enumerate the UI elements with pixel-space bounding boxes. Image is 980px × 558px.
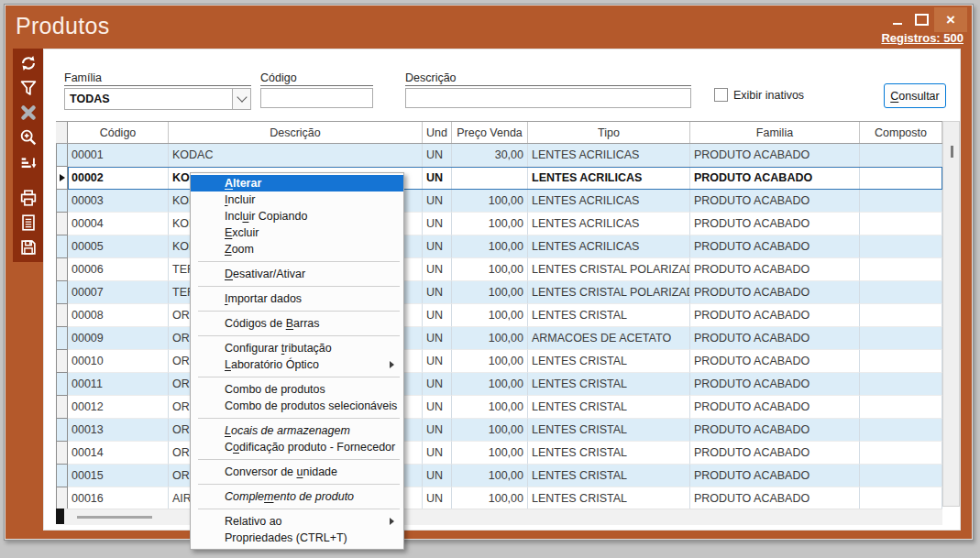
cell-und[interactable]: UN <box>423 167 452 190</box>
cell-tipo[interactable]: ARMACOES DE ACETATO <box>528 327 690 350</box>
cell-composto[interactable] <box>860 442 942 465</box>
column-header-preco[interactable]: Preço Venda <box>452 122 528 143</box>
menu-item-importar-dados[interactable]: Importar dados <box>191 290 403 307</box>
cell-codigo[interactable]: 00003 <box>68 190 169 213</box>
cell-und[interactable]: UN <box>423 304 452 327</box>
cell-composto[interactable] <box>860 144 942 167</box>
cell-composto[interactable] <box>860 487 942 510</box>
cell-tipo[interactable]: LENTES ACRILICAS <box>528 144 690 167</box>
menu-item-propriedades-ctrl-t[interactable]: Propriedades (CTRL+T) <box>191 530 403 546</box>
exibir-inativos-checkbox[interactable] <box>714 88 728 102</box>
cell-composto[interactable] <box>860 304 942 327</box>
cell-composto[interactable] <box>860 327 942 350</box>
cell-tipo[interactable]: LENTES ACRILICAS <box>528 190 690 213</box>
cell-und[interactable]: UN <box>423 327 452 350</box>
cell-codigo[interactable]: 00014 <box>68 442 169 465</box>
menu-item-combo-de-produtos[interactable]: Combo de produtos <box>191 381 403 398</box>
cell-preco-venda[interactable] <box>452 167 528 190</box>
cell-familia[interactable]: PRODUTO ACABADO <box>690 419 860 442</box>
cell-composto[interactable] <box>860 396 942 419</box>
cell-familia[interactable]: PRODUTO ACABADO <box>690 281 860 304</box>
menu-item-complemento-de-produto[interactable]: Complemento de produto <box>191 488 403 505</box>
cell-familia[interactable]: PRODUTO ACABADO <box>690 373 860 396</box>
cell-composto[interactable] <box>860 373 942 396</box>
cell-codigo[interactable]: 00008 <box>68 304 169 327</box>
cell-codigo[interactable]: 00015 <box>68 465 169 487</box>
cell-composto[interactable] <box>860 213 942 235</box>
cell-preco-venda[interactable]: 100,00 <box>452 213 528 235</box>
vertical-scrollbar-thumb[interactable] <box>951 146 953 158</box>
cell-composto[interactable] <box>860 235 942 258</box>
row-selector-cell[interactable] <box>56 373 68 396</box>
cell-preco-venda[interactable]: 100,00 <box>452 258 528 281</box>
cell-und[interactable]: UN <box>423 465 452 487</box>
cell-preco-venda[interactable]: 100,00 <box>452 419 528 442</box>
menu-item-zoom[interactable]: Zoom <box>191 241 403 257</box>
report-button[interactable] <box>17 211 40 234</box>
menu-item-codifica-o-produto-fornecedor[interactable]: Codificação produto - Fornecedor <box>191 439 403 455</box>
cell-tipo[interactable]: LENTES CRISTAL <box>528 442 690 465</box>
cell-tipo[interactable]: LENTES ACRILICAS <box>528 167 690 190</box>
cell-familia[interactable]: PRODUTO ACABADO <box>690 258 860 281</box>
row-selector-cell[interactable] <box>56 190 68 213</box>
consultar-button[interactable]: Consultar <box>884 83 946 108</box>
column-header-tipo[interactable]: Tipo <box>528 122 690 143</box>
column-header-descricao[interactable]: Descrição <box>169 122 423 143</box>
cell-codigo[interactable]: 00009 <box>68 327 169 350</box>
cell-und[interactable]: UN <box>423 258 452 281</box>
row-selector-cell[interactable] <box>56 213 68 235</box>
cell-preco-venda[interactable]: 100,00 <box>452 190 528 213</box>
sort-button[interactable] <box>17 150 40 173</box>
close-button[interactable]: × <box>934 7 967 32</box>
menu-item-relativo-ao[interactable]: Relativo ao <box>191 513 403 530</box>
cell-tipo[interactable]: LENTES CRISTAL <box>528 350 690 373</box>
cell-codigo[interactable]: 00005 <box>68 235 169 258</box>
row-selector-cell[interactable] <box>56 167 68 190</box>
cell-preco-venda[interactable]: 100,00 <box>452 396 528 419</box>
cell-und[interactable]: UN <box>423 419 452 442</box>
cell-und[interactable]: UN <box>423 350 452 373</box>
cell-und[interactable]: UN <box>423 235 452 258</box>
cell-und[interactable]: UN <box>423 487 452 510</box>
cell-tipo[interactable]: LENTES CRISTAL <box>528 465 690 487</box>
cell-und[interactable]: UN <box>423 213 452 235</box>
cell-preco-venda[interactable]: 100,00 <box>452 304 528 327</box>
cell-familia[interactable]: PRODUTO ACABADO <box>690 327 860 350</box>
menu-item-laborat-rio-ptico[interactable]: Laboratório Óptico <box>191 356 403 373</box>
menu-item-conversor-de-unidade[interactable]: Conversor de unidade <box>191 464 403 480</box>
column-header-composto[interactable]: Composto <box>860 122 942 143</box>
menu-item-locais-de-armazenagem[interactable]: Locais de armazenagem <box>191 422 403 439</box>
cell-und[interactable]: UN <box>423 396 452 419</box>
menu-item-combo-de-produtos-selecion-veis[interactable]: Combo de produtos selecionáveis <box>191 398 403 414</box>
cell-tipo[interactable]: LENTES ACRILICAS <box>528 213 690 235</box>
cell-und[interactable]: UN <box>423 281 452 304</box>
cell-composto[interactable] <box>860 167 942 190</box>
row-selector-cell[interactable] <box>56 258 68 281</box>
cell-familia[interactable]: PRODUTO ACABADO <box>690 442 860 465</box>
cell-codigo[interactable]: 00006 <box>68 258 169 281</box>
cell-familia[interactable]: PRODUTO ACABADO <box>690 190 860 213</box>
cell-codigo[interactable]: 00001 <box>68 144 169 167</box>
cell-composto[interactable] <box>860 258 942 281</box>
cell-codigo[interactable]: 00002 <box>68 167 169 190</box>
cell-composto[interactable] <box>860 281 942 304</box>
cell-tipo[interactable]: LENTES CRISTAL <box>528 419 690 442</box>
row-selector-cell[interactable] <box>56 465 68 487</box>
cell-preco-venda[interactable]: 100,00 <box>452 327 528 350</box>
refresh-button[interactable] <box>17 51 40 74</box>
row-selector-cell[interactable] <box>56 419 68 442</box>
cell-familia[interactable]: PRODUTO ACABADO <box>690 350 860 373</box>
row-selector-cell[interactable] <box>56 281 68 304</box>
cell-preco-venda[interactable]: 100,00 <box>452 487 528 510</box>
cell-codigo[interactable]: 00016 <box>68 487 169 510</box>
cell-und[interactable]: UN <box>423 144 452 167</box>
menu-item-incluir-copiando[interactable]: Incluir Copiando <box>191 208 403 224</box>
vertical-scrollbar[interactable] <box>942 121 960 507</box>
filter-button[interactable] <box>17 76 40 99</box>
cell-preco-venda[interactable]: 100,00 <box>452 350 528 373</box>
clear-filter-button[interactable] <box>17 101 40 124</box>
cell-und[interactable]: UN <box>423 373 452 396</box>
cell-codigo[interactable]: 00011 <box>68 373 169 396</box>
cell-preco-venda[interactable]: 100,00 <box>452 281 528 304</box>
cell-composto[interactable] <box>860 350 942 373</box>
